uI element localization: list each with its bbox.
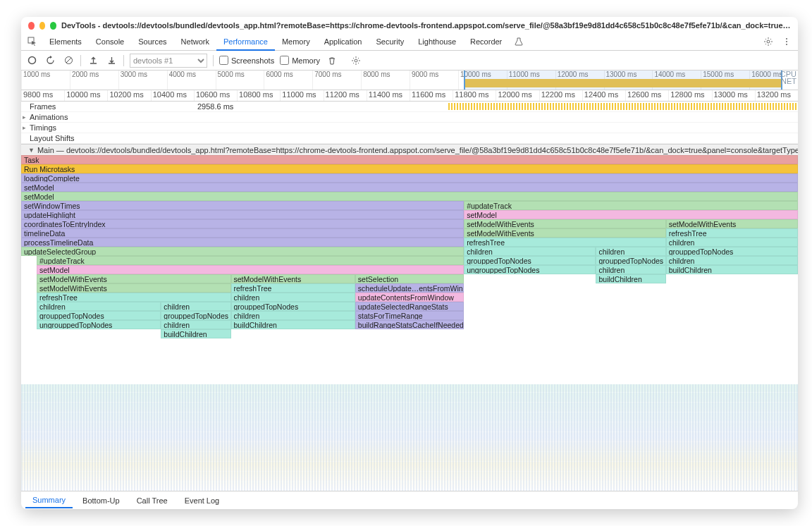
zoom-window-icon[interactable] (50, 22, 56, 30)
inspect-icon[interactable] (24, 34, 41, 49)
track-animations[interactable]: ▸Animations (21, 112, 798, 123)
flame-bar[interactable]: children (231, 293, 355, 302)
flame-bar[interactable]: buildChildren (666, 265, 798, 274)
tab-elements[interactable]: Elements (42, 34, 89, 49)
flame-bar[interactable]: children (596, 247, 665, 256)
close-window-icon[interactable] (28, 22, 35, 30)
flame-bar[interactable]: ungrouppedTopNodes (37, 320, 161, 329)
time-ruler[interactable]: 9800 ms10000 ms10200 ms10400 ms10600 ms1… (21, 90, 798, 102)
flame-bar[interactable]: grouppedTopNodes (161, 311, 230, 320)
flame-bar[interactable]: processTimelineData (21, 238, 464, 247)
flame-bar[interactable]: updateSelectedRangeStats (355, 302, 464, 311)
flame-bar[interactable]: coordinatesToEntryIndex (21, 219, 464, 228)
flame-bar[interactable]: setModel (21, 183, 798, 192)
tab-security[interactable]: Security (369, 34, 411, 49)
flame-bar[interactable]: setModelWithEvents (464, 219, 666, 228)
bottom-tab-bottom-up[interactable]: Bottom-Up (75, 494, 127, 508)
window-title: DevTools - devtools://devtools/bundled/d… (61, 21, 791, 30)
track-section: Frames2958.6 ms▸Animations▸TimingsLayout… (21, 102, 798, 145)
gear-icon[interactable] (760, 34, 777, 49)
main-thread-header[interactable]: ▼ Main — devtools://devtools/bundled/dev… (21, 145, 798, 155)
frames-strips (448, 103, 798, 110)
bottom-tab-summary[interactable]: Summary (25, 493, 73, 508)
track-frames[interactable]: Frames2958.6 ms (21, 102, 798, 112)
overview-selection[interactable] (464, 71, 782, 90)
more-icon[interactable] (778, 34, 795, 49)
flame-bar[interactable]: children (464, 247, 596, 256)
flame-bar[interactable]: refreshTree (37, 293, 231, 302)
reload-icon[interactable] (44, 54, 56, 67)
flame-bar[interactable]: setModelWithEvents (464, 228, 666, 238)
flame-bar[interactable]: children (666, 238, 798, 247)
flame-bar[interactable]: loadingComplete (21, 173, 798, 183)
memory-checkbox[interactable]: Memory (280, 56, 320, 65)
flame-bar[interactable]: timelineData (21, 228, 464, 238)
track-timings[interactable]: ▸Timings (21, 123, 798, 133)
flame-bar[interactable]: statsForTimeRange (355, 311, 464, 320)
flame-bar[interactable]: #updateTrack (37, 256, 464, 265)
flame-bar[interactable]: updateContentsFromWindow (355, 293, 464, 302)
flame-bar[interactable]: setModelWithEvents (37, 274, 231, 283)
flame-bar[interactable]: refreshTree (464, 238, 666, 247)
trash-icon[interactable] (326, 54, 338, 67)
flame-bar[interactable]: setSelection (355, 274, 464, 283)
flame-bar[interactable]: Task (21, 155, 798, 164)
flame-bar[interactable]: buildChildren (161, 329, 230, 338)
tab-recorder[interactable]: Recorder (463, 34, 509, 49)
flame-bar[interactable]: setModelWithEvents (666, 219, 798, 228)
flame-bar[interactable]: refreshTree (231, 283, 355, 293)
clear-icon[interactable] (62, 54, 75, 67)
flame-bar[interactable]: #updateTrack (464, 201, 798, 210)
gear-icon[interactable] (350, 54, 362, 67)
flame-bar[interactable]: updateSelectedGroup (21, 247, 464, 256)
tab-lighthouse[interactable]: Lighthouse (411, 34, 463, 49)
flame-bar[interactable]: setModelWithEvents (231, 274, 355, 283)
tab-memory[interactable]: Memory (275, 34, 317, 49)
flame-bar[interactable]: children (596, 265, 665, 274)
flame-bar[interactable]: grouppedTopNodes (666, 247, 798, 256)
flame-bar[interactable]: children (161, 302, 230, 311)
flame-bar[interactable]: setModel (21, 192, 798, 201)
devtools-tabbar: ElementsConsoleSourcesNetworkPerformance… (21, 32, 798, 51)
track-layout-shifts[interactable]: Layout Shifts (21, 133, 798, 144)
flame-bar[interactable]: Run Microtasks (21, 164, 798, 173)
tab-application[interactable]: Application (317, 34, 369, 49)
flame-bar[interactable]: setWindowTimes (21, 201, 464, 210)
flame-bar[interactable]: children (231, 311, 355, 320)
flame-bar[interactable]: children (161, 320, 230, 329)
details-tabbar: SummaryBottom-UpCall TreeEvent Log (21, 491, 798, 509)
tab-network[interactable]: Network (174, 34, 216, 49)
flame-bar[interactable]: scheduleUpdate…entsFromWindow (355, 283, 464, 293)
flame-bar[interactable]: buildChildren (596, 274, 665, 283)
flame-bar[interactable]: children (37, 302, 161, 311)
record-icon[interactable] (25, 54, 38, 67)
flame-bar[interactable]: buildRangeStatsCacheIfNeeded (355, 320, 464, 329)
bottom-tab-call-tree[interactable]: Call Tree (130, 494, 175, 508)
tab-sources[interactable]: Sources (131, 34, 173, 49)
flame-bar[interactable]: updateHighlight (21, 210, 464, 219)
bottom-tab-event-log[interactable]: Event Log (178, 494, 227, 508)
flame-bar[interactable]: grouppedTopNodes (464, 256, 596, 265)
flame-bar[interactable]: setModel (37, 265, 464, 274)
timeline-overview[interactable]: 1000 ms2000 ms3000 ms4000 ms5000 ms6000 … (21, 71, 798, 90)
flame-bar[interactable]: grouppedTopNodes (37, 311, 161, 320)
flame-bar[interactable]: refreshTree (666, 228, 798, 238)
flame-bar[interactable]: setModelWithEvents (37, 283, 231, 293)
download-icon[interactable] (105, 54, 118, 67)
flame-bar[interactable]: grouppedTopNodes (596, 256, 665, 265)
tab-performance[interactable]: Performance (216, 34, 275, 51)
flame-bar[interactable]: children (666, 256, 798, 265)
svg-point-8 (355, 59, 357, 62)
minimize-window-icon[interactable] (39, 22, 46, 30)
experiments-icon[interactable] (510, 34, 527, 49)
flame-bar[interactable]: ungrouppedTopNodes (464, 265, 596, 274)
screenshots-checkbox[interactable]: Screenshots (219, 56, 274, 65)
upload-icon[interactable] (87, 54, 99, 67)
flame-chart[interactable]: TaskRun MicrotasksloadingCompletesetMode… (21, 155, 798, 491)
svg-line-7 (66, 58, 71, 63)
flame-bar[interactable]: setModel (464, 210, 798, 219)
flame-bar[interactable]: grouppedTopNodes (231, 302, 355, 311)
tab-console[interactable]: Console (89, 34, 131, 49)
flame-bar[interactable]: buildChildren (231, 320, 355, 329)
profile-selector[interactable]: devtools #1 (130, 54, 207, 68)
